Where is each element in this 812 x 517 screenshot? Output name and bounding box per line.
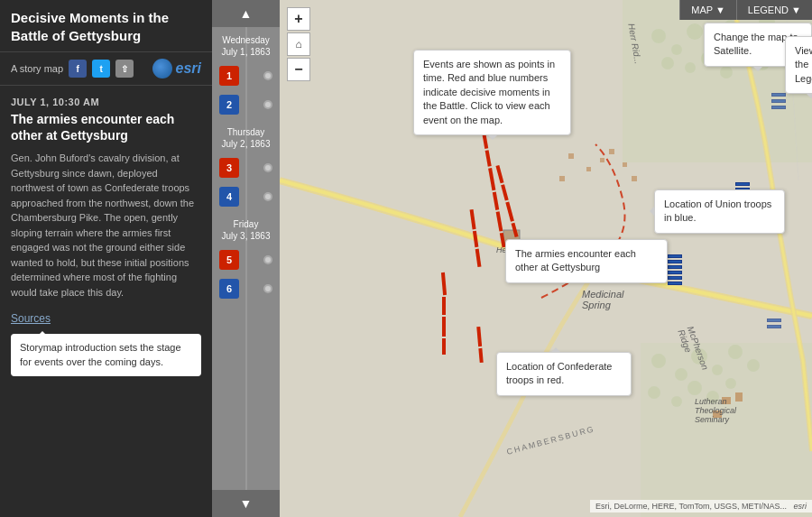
svg-point-10	[661, 57, 674, 69]
svg-point-4	[687, 23, 703, 40]
map-dropdown-button[interactable]: MAP ▼	[679, 0, 736, 20]
timeline-item-1[interactable]: 1	[212, 61, 280, 90]
timeline-dot-3	[263, 163, 272, 172]
svg-point-26	[687, 381, 702, 395]
day-3-events: 5 6	[212, 245, 280, 303]
svg-point-13	[720, 66, 733, 78]
events-info-tooltip: Events are shown as points in time. Red …	[413, 50, 571, 135]
day-name-2: Thursday	[222, 126, 271, 138]
share-button[interactable]: ⇧	[115, 60, 134, 78]
timeline-item-3[interactable]: 3	[212, 153, 280, 182]
union-troops-tooltip: Location of Union troops in blue.	[654, 189, 785, 234]
svg-rect-37	[632, 176, 637, 181]
event-badge-5: 5	[219, 250, 239, 270]
medicinal-spring-label: MedicinalSpring	[582, 289, 623, 310]
svg-point-11	[685, 62, 696, 73]
map-attribution: Esri, DeLorme, HERE, TomTom, USGS, METI/…	[590, 500, 812, 512]
timeline-up-button[interactable]: ▲	[212, 0, 280, 27]
event-badge-4: 4	[219, 187, 239, 207]
day-name-1: Wednesday	[222, 34, 271, 46]
day-name-3: Friday	[222, 218, 271, 230]
timeline-item-2[interactable]: 2	[212, 90, 280, 119]
svg-rect-36	[623, 162, 627, 167]
event-badge-6: 6	[219, 279, 239, 299]
event-body: Gen. John Buford's cavalry division, at …	[11, 151, 201, 300]
svg-point-23	[747, 359, 760, 372]
twitter-button[interactable]: t	[92, 60, 110, 78]
timeline-item-4[interactable]: 4	[212, 182, 280, 211]
day-date-3: July 3, 1863	[222, 230, 271, 242]
map-area[interactable]: Here Tavern	[280, 0, 812, 517]
svg-rect-31	[568, 153, 574, 159]
svg-point-3	[671, 44, 682, 55]
seminary-label: LutheranTheologicalSeminary	[695, 397, 736, 424]
event-badge-2: 2	[219, 95, 239, 115]
day-date-1: July 1, 1863	[222, 46, 271, 58]
esri-globe-icon	[152, 59, 172, 78]
timeline-panel: ▲ Wednesday July 1, 1863 1 2 Thursday Ju…	[212, 0, 280, 517]
day-label-3: Friday July 3, 1863	[222, 218, 271, 242]
svg-point-18	[651, 354, 666, 368]
timeline-item-6[interactable]: 6	[212, 274, 280, 303]
legend-dropdown-button[interactable]: LEGEND ▼	[736, 0, 812, 20]
timeline-down-button[interactable]: ▼	[212, 490, 280, 517]
esri-logo: esri	[152, 59, 201, 78]
svg-point-21	[712, 365, 723, 375]
svg-rect-35	[609, 149, 614, 154]
timeline-dot-6	[263, 284, 272, 293]
event-badge-1: 1	[219, 66, 239, 86]
svg-rect-33	[559, 176, 565, 181]
encounter-tooltip: The armies encounter each other at Getty…	[505, 239, 668, 283]
timeline-content: Wednesday July 1, 1863 1 2 Thursday July…	[212, 27, 280, 490]
timeline-dot-5	[263, 255, 272, 264]
timeline-dot-2	[263, 100, 272, 109]
left-panel: Decisive Moments in the Battle of Gettys…	[0, 0, 212, 517]
confederate-troops-tooltip: Location of Confederate troops in red.	[496, 352, 632, 396]
sources-link[interactable]: Sources	[11, 312, 201, 325]
event-content: JULY 1, 10:30 AM The armies encounter ea…	[0, 86, 212, 517]
svg-rect-17	[641, 343, 812, 517]
svg-point-19	[675, 368, 687, 381]
svg-point-22	[728, 345, 743, 359]
social-bar: A story map f t ⇧ esri	[0, 52, 212, 86]
zoom-home-button[interactable]: ⌂	[287, 32, 310, 56]
day-label-2: Thursday July 2, 1863	[222, 126, 271, 150]
event-title: The armies encounter each other at Getty…	[11, 111, 201, 143]
timeline-item-5[interactable]: 5	[212, 245, 280, 274]
facebook-button[interactable]: f	[69, 60, 87, 78]
day-label-1: Wednesday July 1, 1863	[222, 34, 271, 58]
timeline-dot-4	[263, 192, 272, 201]
day-1-events: 1 2	[212, 61, 280, 119]
title-area: Decisive Moments in the Battle of Gettys…	[0, 0, 212, 52]
zoom-in-button[interactable]: +	[287, 7, 310, 31]
svg-rect-32	[586, 167, 591, 171]
map-toolbar: MAP ▼ LEGEND ▼	[679, 0, 812, 20]
day-date-2: July 2, 1863	[222, 138, 271, 150]
story-map-label: A story map	[11, 63, 63, 74]
svg-rect-34	[600, 158, 604, 162]
svg-point-2	[651, 29, 666, 43]
zoom-out-button[interactable]: −	[287, 58, 310, 81]
svg-point-24	[648, 386, 660, 399]
svg-rect-39	[735, 392, 743, 402]
timeline-dot-1	[263, 71, 272, 80]
legend-info-tooltip: View the Legend	[785, 36, 812, 94]
svg-point-28	[725, 378, 736, 389]
app-title: Decisive Moments in the Battle of Gettys…	[11, 9, 201, 44]
event-time: JULY 1, 10:30 AM	[11, 97, 201, 107]
event-badge-3: 3	[219, 158, 239, 178]
svg-point-25	[671, 396, 682, 407]
esri-wordmark: esri	[176, 60, 201, 77]
day-2-events: 3 4	[212, 153, 280, 211]
intro-tooltip: Storymap introduction sets the stage for…	[11, 334, 201, 376]
zoom-controls: + ⌂ −	[287, 7, 310, 81]
